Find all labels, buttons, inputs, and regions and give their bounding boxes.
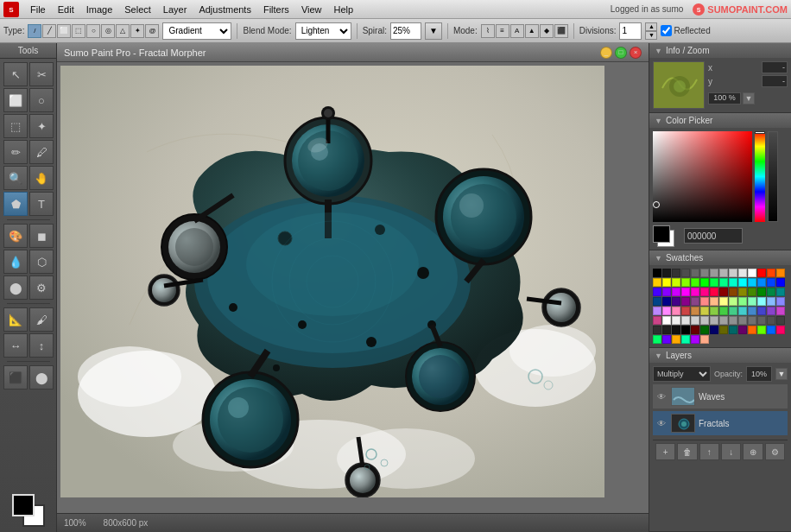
opacity-dropdown[interactable]: ▼: [775, 368, 788, 380]
swatch-41[interactable]: [776, 288, 785, 296]
fg-color-swatch[interactable]: [12, 494, 35, 516]
swatch-29[interactable]: [662, 288, 671, 296]
swatch-33[interactable]: [700, 288, 709, 296]
swatch-77[interactable]: [719, 316, 728, 325]
swatch-65[interactable]: [738, 307, 747, 315]
swatch-0[interactable]: [653, 269, 661, 277]
tool-eyedropper[interactable]: 💧: [3, 250, 28, 274]
swatch-74[interactable]: [691, 316, 699, 325]
menu-file[interactable]: File: [24, 3, 52, 16]
canvas-wrapper[interactable]: [57, 62, 649, 513]
swatch-57[interactable]: [662, 307, 671, 315]
swatch-49[interactable]: [719, 297, 728, 306]
swatch-30[interactable]: [672, 288, 680, 296]
color-hue-vertical[interactable]: [755, 131, 765, 222]
swatch-58[interactable]: [672, 307, 680, 315]
divisions-down[interactable]: ▼: [645, 31, 657, 40]
swatch-51[interactable]: [738, 297, 747, 306]
menu-image[interactable]: Image: [80, 3, 119, 16]
swatch-90[interactable]: [710, 326, 718, 334]
tool-dodge[interactable]: 🖌: [29, 307, 54, 332]
tool-zoom[interactable]: 🔍: [3, 166, 28, 190]
menu-adjustments[interactable]: Adjustments: [193, 3, 257, 16]
type-icon-2[interactable]: ⬜: [57, 24, 71, 38]
color-picker-header[interactable]: ▼ Color Picker: [649, 113, 791, 128]
swatch-55[interactable]: [776, 297, 785, 306]
swatch-43[interactable]: [662, 297, 671, 306]
canvas[interactable]: [60, 66, 604, 497]
swatch-28[interactable]: [653, 288, 661, 296]
spiral-dropdown[interactable]: ▼: [425, 22, 442, 40]
mode-icon-5[interactable]: ⬛: [554, 24, 568, 38]
swatch-10[interactable]: [748, 269, 756, 277]
swatch-101[interactable]: [681, 335, 690, 344]
swatch-36[interactable]: [729, 288, 737, 296]
swatch-34[interactable]: [710, 288, 718, 296]
tool-hand[interactable]: 🤚: [29, 166, 54, 190]
tool-text[interactable]: T: [29, 192, 54, 216]
layers-header[interactable]: ▼ Layers: [649, 348, 791, 363]
swatch-35[interactable]: [719, 288, 728, 296]
swatch-84[interactable]: [653, 326, 661, 334]
menu-help[interactable]: Help: [328, 3, 360, 16]
swatch-73[interactable]: [681, 316, 690, 325]
type-icon-7[interactable]: ✦: [130, 24, 144, 38]
mode-icon-0[interactable]: ⌇: [481, 24, 495, 38]
swatch-85[interactable]: [662, 326, 671, 334]
swatch-68[interactable]: [767, 307, 775, 315]
tool-move-v[interactable]: ↕: [29, 333, 54, 358]
swatch-14[interactable]: [653, 278, 661, 287]
tool-smudge[interactable]: ⚙: [29, 276, 54, 300]
close-button[interactable]: ×: [630, 47, 642, 59]
swatch-54[interactable]: [767, 297, 775, 306]
tool-stamp[interactable]: ⬤: [3, 276, 28, 300]
swatch-67[interactable]: [757, 307, 766, 315]
swatch-46[interactable]: [691, 297, 699, 306]
type-icon-6[interactable]: △: [116, 24, 130, 38]
swatch-97[interactable]: [776, 326, 785, 334]
tool-brush[interactable]: 🖊: [29, 140, 54, 164]
tool-pencil[interactable]: ✏: [3, 140, 28, 164]
swatch-89[interactable]: [700, 326, 709, 334]
swatch-39[interactable]: [757, 288, 766, 296]
type-icon-0[interactable]: /: [28, 24, 41, 38]
type-icon-3[interactable]: ⬚: [72, 24, 85, 38]
layer-up-btn[interactable]: ↑: [699, 443, 719, 460]
swatch-22[interactable]: [729, 278, 737, 287]
swatch-56[interactable]: [653, 307, 661, 315]
type-icon-1[interactable]: ╱: [42, 24, 56, 38]
mode-icon-4[interactable]: ◆: [540, 24, 554, 38]
swatch-71[interactable]: [662, 316, 671, 325]
color-gradient-box[interactable]: [653, 131, 752, 222]
gradient-select[interactable]: Gradient: [162, 22, 231, 40]
swatch-21[interactable]: [719, 278, 728, 287]
layer-settings-btn[interactable]: ⚙: [765, 443, 785, 460]
swatch-78[interactable]: [729, 316, 737, 325]
tool-crop[interactable]: ✂: [29, 62, 54, 86]
swatch-1[interactable]: [662, 269, 671, 277]
swatch-100[interactable]: [672, 335, 680, 344]
swatch-3[interactable]: [681, 269, 690, 277]
swatch-63[interactable]: [719, 307, 728, 315]
swatch-91[interactable]: [719, 326, 728, 334]
swatch-12[interactable]: [767, 269, 775, 277]
reflected-checkbox[interactable]: [661, 25, 672, 36]
swatch-44[interactable]: [672, 297, 680, 306]
swatch-79[interactable]: [738, 316, 747, 325]
swatch-18[interactable]: [691, 278, 699, 287]
mode-icon-1[interactable]: ≡: [496, 24, 509, 38]
tool-transform[interactable]: ⬛: [3, 365, 28, 390]
tool-rectangle[interactable]: ⬜: [3, 88, 28, 112]
swatch-75[interactable]: [700, 316, 709, 325]
swatch-7[interactable]: [719, 269, 728, 277]
tool-select[interactable]: ↖: [3, 62, 28, 86]
color-hex-input[interactable]: [684, 228, 743, 244]
alpha-gradient[interactable]: [768, 131, 778, 222]
menu-edit[interactable]: Edit: [52, 3, 80, 16]
tool-ellipse[interactable]: ○: [29, 88, 54, 112]
swatch-40[interactable]: [767, 288, 775, 296]
swatch-32[interactable]: [691, 288, 699, 296]
swatch-26[interactable]: [767, 278, 775, 287]
y-value[interactable]: [762, 75, 788, 87]
swatch-23[interactable]: [738, 278, 747, 287]
